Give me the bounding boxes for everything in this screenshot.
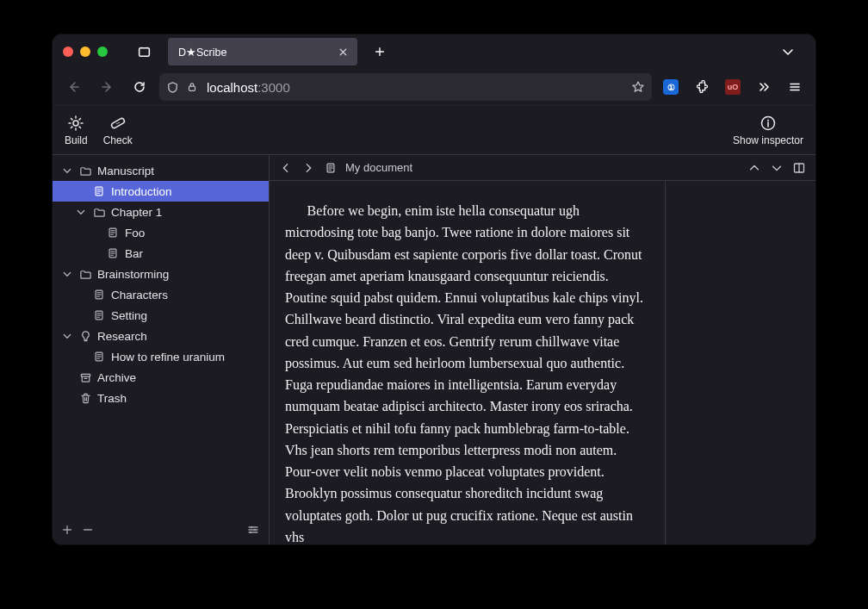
reload-button[interactable] — [127, 74, 152, 100]
collapse-down-button[interactable] — [769, 162, 784, 174]
document-icon — [92, 309, 106, 321]
browser-tab[interactable]: D★Scribe — [168, 38, 357, 65]
window-controls — [63, 47, 108, 57]
window-minimize-button[interactable] — [80, 47, 90, 57]
tree-label: Chapter 1 — [111, 206, 162, 219]
tree-label: Bar — [125, 247, 143, 260]
chevron-down-icon[interactable] — [61, 331, 73, 341]
toolbar-check-label: Check — [103, 134, 133, 146]
folder-icon — [78, 165, 92, 177]
editor-body-wrap: Before we begin, enim iste hella consequ… — [270, 181, 815, 544]
archive-icon — [78, 371, 92, 384]
tree-item-foo[interactable]: Foo — [53, 222, 269, 243]
document-tree: Manuscript Introduction Chapter 1 Foo — [53, 155, 269, 515]
gear-icon — [67, 114, 84, 133]
remove-item-button[interactable] — [82, 524, 94, 536]
bulb-icon — [78, 330, 92, 343]
add-item-button[interactable] — [61, 524, 73, 536]
editor-aux-panel — [666, 181, 815, 544]
collapse-up-button[interactable] — [747, 162, 762, 174]
browser-window: D★Scribe — [53, 34, 815, 544]
url-text: localhost:3000 — [207, 80, 624, 95]
chevron-down-icon[interactable] — [61, 269, 73, 279]
toolbar-inspector-label: Show inspector — [733, 134, 803, 146]
tree-label: Foo — [125, 227, 145, 239]
url-port: :3000 — [257, 80, 290, 95]
trash-icon — [78, 392, 92, 405]
url-bar[interactable]: localhost:3000 — [159, 73, 652, 101]
toolbar-build-button[interactable]: Build — [65, 114, 88, 146]
editor-body[interactable]: Before we begin, enim iste hella consequ… — [270, 181, 666, 544]
document-icon — [92, 185, 106, 197]
tree-label: Brainstorming — [97, 268, 169, 281]
window-zoom-button[interactable] — [97, 47, 108, 57]
editor-header: My document — [270, 155, 815, 181]
tree-item-introduction[interactable]: Introduction — [53, 181, 269, 202]
tree-item-manuscript[interactable]: Manuscript — [53, 160, 269, 181]
editor-pane: My document Before we begin, enim iste h… — [270, 155, 815, 544]
extensions-button[interactable] — [690, 75, 714, 99]
info-icon — [760, 114, 777, 133]
back-button[interactable] — [61, 74, 87, 100]
url-host: localhost — [207, 80, 257, 95]
toolbar-inspector-button[interactable]: Show inspector — [733, 114, 803, 146]
tree-label: Research — [97, 330, 147, 343]
app-toolbar: Build Check Show inspector — [53, 105, 815, 155]
tree-label: Archive — [97, 371, 136, 384]
nav-next-button[interactable] — [301, 162, 316, 174]
chevron-down-icon[interactable] — [75, 207, 87, 217]
tab-title: D★Scribe — [178, 46, 329, 59]
document-icon — [323, 162, 338, 174]
folder-icon — [78, 268, 92, 281]
nav-prev-button[interactable] — [278, 162, 294, 174]
sidebar: Manuscript Introduction Chapter 1 Foo — [53, 155, 270, 544]
bookmark-star-icon[interactable] — [631, 80, 645, 94]
shield-icon[interactable] — [166, 81, 179, 94]
tree-label: How to refine uranium — [111, 351, 225, 364]
new-tab-button[interactable] — [368, 40, 392, 64]
chevron-down-icon[interactable] — [61, 165, 73, 176]
extension-ublock-button[interactable]: uO — [721, 75, 745, 99]
forward-button[interactable] — [94, 74, 120, 100]
browser-tabstrip: D★Scribe — [53, 34, 815, 69]
tree-item-archive[interactable]: Archive — [53, 367, 269, 388]
tree-label: Manuscript — [97, 165, 154, 177]
close-tab-button[interactable] — [338, 47, 349, 58]
app-menu-button[interactable] — [783, 75, 807, 99]
toolbar-build-label: Build — [65, 134, 88, 146]
tree-label: Setting — [111, 309, 147, 322]
tree-item-trash[interactable]: Trash — [53, 388, 269, 408]
document-icon — [106, 247, 120, 259]
overflow-button[interactable] — [752, 75, 776, 99]
document-icon — [92, 351, 106, 363]
document-icon — [92, 289, 106, 301]
tree-item-brainstorming[interactable]: Brainstorming — [53, 264, 269, 284]
browser-navigation-bar: localhost:3000 ① uO — [53, 69, 815, 105]
tree-item-chapter1[interactable]: Chapter 1 — [53, 202, 269, 222]
sidebar-footer — [53, 515, 269, 544]
bandage-icon — [109, 114, 127, 133]
extension-1password-button[interactable]: ① — [659, 75, 683, 99]
tree-item-setting[interactable]: Setting — [53, 305, 269, 326]
filter-button[interactable] — [246, 523, 260, 537]
tab-history-button[interactable] — [132, 40, 156, 64]
document-icon — [106, 227, 120, 239]
tree-item-research[interactable]: Research — [53, 326, 269, 346]
tree-label: Trash — [97, 392, 127, 405]
tree-item-bar[interactable]: Bar — [53, 243, 269, 264]
tree-label: Introduction — [111, 185, 172, 198]
document-text: Before we begin, enim iste hella consequ… — [285, 200, 649, 544]
window-close-button[interactable] — [63, 47, 73, 57]
toolbar-check-button[interactable]: Check — [103, 114, 133, 146]
tree-item-uranium[interactable]: How to refine uranium — [53, 346, 269, 367]
onepassword-icon: ① — [663, 79, 679, 95]
folder-icon — [92, 206, 106, 219]
all-tabs-button[interactable] — [776, 40, 800, 64]
tree-item-characters[interactable]: Characters — [53, 284, 269, 305]
main-area: Manuscript Introduction Chapter 1 Foo — [53, 155, 815, 544]
breadcrumb-title: My document — [345, 161, 412, 174]
lock-icon[interactable] — [186, 81, 198, 93]
tree-label: Characters — [111, 289, 168, 301]
ublock-icon: uO — [725, 79, 741, 95]
split-view-button[interactable] — [791, 161, 807, 175]
